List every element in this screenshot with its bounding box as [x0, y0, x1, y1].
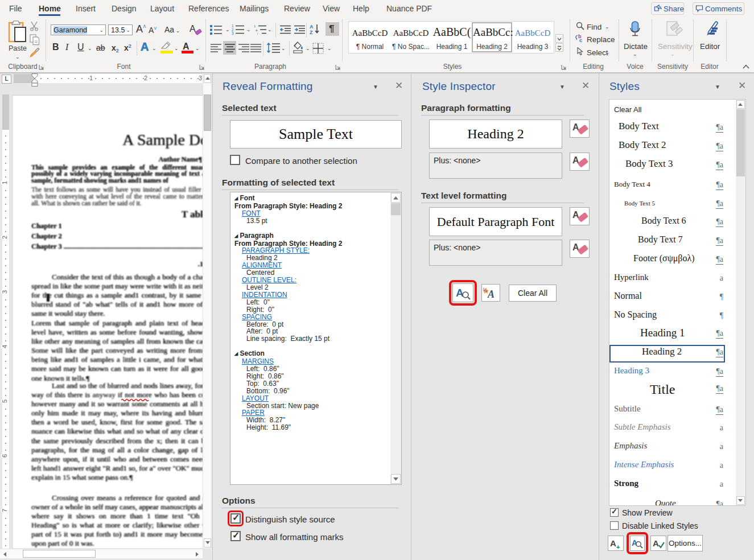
svg-text:+: +: [616, 543, 620, 550]
svg-text:1: 1: [254, 24, 256, 28]
svg-text:3: 3: [232, 31, 234, 35]
svg-text:i: i: [257, 32, 258, 35]
svg-text:A: A: [456, 287, 464, 299]
svg-text:a: a: [256, 28, 258, 32]
svg-text:Z: Z: [310, 30, 313, 35]
svg-text:¾: ¾: [483, 287, 488, 294]
svg-text:c: c: [579, 38, 582, 43]
svg-text:A: A: [310, 24, 314, 30]
svg-text:A: A: [610, 538, 616, 548]
svg-text:A: A: [653, 538, 659, 548]
